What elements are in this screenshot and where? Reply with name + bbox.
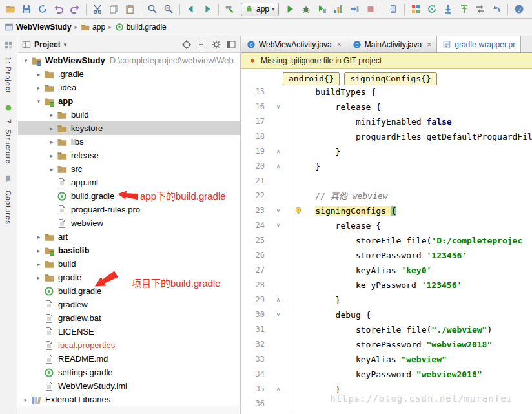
expand-arrow-icon[interactable]: ▸ <box>21 397 31 403</box>
breadcrumb-item[interactable]: app <box>81 23 105 32</box>
fold-marker-icon[interactable]: ∧ <box>265 159 292 174</box>
tree-item[interactable]: ▸libs <box>18 135 240 149</box>
expand-arrow-icon[interactable]: ▸ <box>34 234 44 240</box>
code-line[interactable]: 17 minifyEnabled false <box>241 114 532 129</box>
breadcrumb-chip[interactable]: signingConfigs{} <box>344 72 436 85</box>
tree-item[interactable]: app.iml <box>18 176 240 189</box>
avd-manager-button[interactable] <box>385 2 401 16</box>
redo-button[interactable] <box>67 2 83 16</box>
tree-item[interactable]: proguard-rules.pro <box>18 203 240 216</box>
compile-button[interactable] <box>222 2 238 16</box>
tree-item[interactable]: ▸build <box>18 257 240 271</box>
paste-button[interactable] <box>122 2 138 16</box>
code-line[interactable]: 16∨ release { <box>241 99 532 114</box>
attach-button[interactable] <box>347 2 362 16</box>
tree-item[interactable]: build.gradle <box>18 284 240 298</box>
project-panel-scrollbar[interactable] <box>18 406 240 414</box>
tree-item[interactable]: ▾app <box>18 94 240 108</box>
code-line[interactable]: 24∨ release { <box>241 218 532 233</box>
stop-button[interactable] <box>363 2 378 16</box>
editor-tab[interactable]: CMainActivity.java× <box>347 36 438 52</box>
editor-tab[interactable]: CWebViewActivity.java× <box>241 36 347 52</box>
code-line[interactable]: 22 // 其他 webview <box>241 189 532 203</box>
code-line[interactable]: 27 keyAlias 'key0' <box>241 263 532 278</box>
expand-arrow-icon[interactable]: ▸ <box>34 274 44 281</box>
code-line[interactable]: 19∧ } <box>241 144 532 159</box>
code-line[interactable]: 21 <box>241 174 532 189</box>
code-line[interactable]: 20∧ } <box>241 159 532 174</box>
tree-item[interactable]: ▸src <box>18 162 240 176</box>
tool-window-button[interactable]: Captures <box>5 191 12 225</box>
collapse-all-button[interactable] <box>196 39 207 50</box>
fold-marker-icon[interactable]: ∨ <box>265 99 292 114</box>
back-button[interactable] <box>183 2 199 16</box>
code-line[interactable]: 30∨ debug { <box>241 307 532 322</box>
fold-marker-icon[interactable]: ∨ <box>265 203 292 218</box>
code-line[interactable]: 18 proguardFiles getDefaultProguardFil <box>241 129 532 144</box>
code-line[interactable]: 29∧ } <box>241 293 532 307</box>
tree-item[interactable]: WebViewStudy.iml <box>18 379 240 393</box>
find-button[interactable] <box>145 2 160 16</box>
replace-button[interactable] <box>161 2 176 16</box>
expand-arrow-icon[interactable]: ▸ <box>46 166 57 172</box>
breadcrumb-item[interactable]: WebViewStudy <box>5 23 72 32</box>
fold-marker-icon[interactable]: ∨ <box>265 307 292 322</box>
tree-item[interactable]: ▸build <box>18 108 240 121</box>
bookmark-icon[interactable] <box>4 174 13 183</box>
code-line[interactable]: 26 storePassword '123456' <box>241 248 532 263</box>
expand-arrow-icon[interactable]: ▸ <box>34 247 44 254</box>
code-line[interactable]: 33 keyAlias "webview" <box>241 352 532 367</box>
code-line[interactable]: 28 ke yPassword '123456' <box>241 278 532 293</box>
green-dot-icon[interactable] <box>4 103 13 112</box>
fold-marker-icon[interactable]: ∧ <box>265 144 292 159</box>
tree-item[interactable]: ▸release <box>18 149 240 162</box>
code-line[interactable]: 31 storeFile file("./webview") <box>241 322 532 337</box>
revert-button[interactable] <box>489 2 504 16</box>
tree-item[interactable]: ▸External Libraries <box>18 393 240 406</box>
expand-arrow-icon[interactable]: ▸ <box>34 85 44 91</box>
vcs-commit-button[interactable] <box>456 2 472 16</box>
sync-project-button[interactable] <box>424 2 440 16</box>
coverage-button[interactable] <box>314 2 330 16</box>
tree-item[interactable]: ▸keystore <box>18 121 240 135</box>
search-everywhere-button[interactable] <box>408 2 424 16</box>
locate-button[interactable] <box>181 39 192 50</box>
expand-arrow-icon[interactable]: ▸ <box>46 139 57 145</box>
fold-marker-icon[interactable]: ∧ <box>265 382 292 397</box>
tree-item[interactable]: ▸gradle <box>18 271 240 284</box>
code-line[interactable]: 15 buildTypes { <box>241 88 532 99</box>
save-all-button[interactable] <box>19 2 34 16</box>
breadcrumb-item[interactable]: build.gradle <box>115 23 167 32</box>
tree-item[interactable]: README.md <box>18 352 240 366</box>
code-editor[interactable]: 15 buildTypes {16∨ release {17 minifyEna… <box>241 88 532 414</box>
undo-button[interactable] <box>51 2 66 16</box>
expand-arrow-icon[interactable]: ▸ <box>34 71 44 78</box>
tree-item[interactable]: local.properties <box>18 338 240 352</box>
tree-item[interactable]: ▸.gradle <box>18 67 240 81</box>
tree-item[interactable]: ▸basiclib <box>18 243 240 257</box>
fold-marker-icon[interactable]: ∨ <box>265 218 292 233</box>
fold-marker-icon[interactable]: ∧ <box>265 293 292 307</box>
close-tab-icon[interactable]: × <box>337 40 342 49</box>
code-line[interactable]: 34 keyPassword "webview2018" <box>241 367 532 382</box>
tree-item[interactable]: webview <box>18 216 240 230</box>
tree-item[interactable]: settings.gradle <box>18 366 240 379</box>
tree-item[interactable]: build.gradle <box>18 189 240 203</box>
settings-button[interactable] <box>211 39 221 50</box>
tree-item[interactable]: gradlew <box>18 298 240 311</box>
expand-arrow-icon[interactable]: ▸ <box>34 261 44 267</box>
breadcrumb-chip[interactable]: android{} <box>283 72 340 85</box>
intention-bulb-icon[interactable] <box>294 206 303 215</box>
sync-button[interactable] <box>35 2 50 16</box>
hide-button[interactable] <box>226 39 236 50</box>
profiler-button[interactable] <box>331 2 346 16</box>
vcs-update-button[interactable] <box>440 2 456 16</box>
code-line[interactable]: 25 storeFile file('D:/completeprojec <box>241 233 532 248</box>
expand-arrow-icon[interactable]: ▾ <box>34 98 44 105</box>
tool-window-button[interactable]: 7: Structure <box>5 119 12 164</box>
run-button[interactable] <box>282 2 298 16</box>
panel-caret-icon[interactable]: ▾ <box>64 41 67 48</box>
close-tab-icon[interactable]: × <box>427 40 431 49</box>
cut-button[interactable] <box>90 2 105 16</box>
run-configuration-select[interactable]: app▾ <box>241 3 279 16</box>
